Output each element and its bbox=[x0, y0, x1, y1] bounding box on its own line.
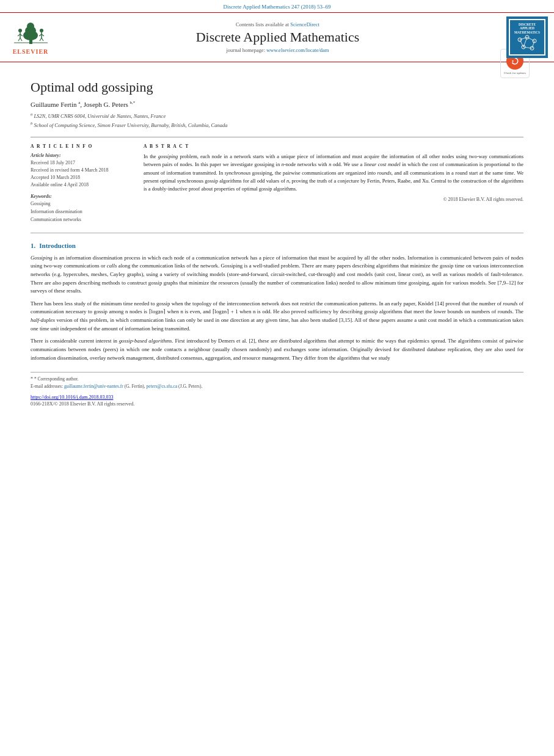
article-info-label: A R T I C L E I N F O bbox=[31, 144, 131, 149]
journal-title-header: Discrete Applied Mathematics bbox=[55, 29, 500, 45]
journal-homepage-line: journal homepage: www.elsevier.com/locat… bbox=[55, 47, 500, 53]
revised-date: Received in revised form 4 March 2018 bbox=[31, 167, 131, 174]
affiliation-b: b School of Computing Science, Simon Fra… bbox=[31, 121, 523, 128]
svg-line-9 bbox=[20, 38, 22, 41]
footnote-emails: E-mail addresses: guillaume.fertin@univ-… bbox=[31, 383, 523, 390]
abstract-text: In the gossiping problem, each node in a… bbox=[144, 153, 523, 193]
article-info-column: A R T I C L E I N F O Article history: R… bbox=[31, 144, 131, 224]
introduction-heading: 1.1. IntroductionIntroduction bbox=[31, 242, 523, 249]
keyword-1: Gossiping bbox=[31, 200, 131, 208]
elsevier-brand-text: ELSEVIER bbox=[13, 48, 49, 55]
abstract-column: A B S T R A C T In the gossiping problem… bbox=[144, 144, 523, 224]
elsevier-logo: ELSEVIER bbox=[6, 20, 55, 55]
svg-line-15 bbox=[42, 38, 43, 41]
footnote-corresponding: * * Corresponding author. bbox=[31, 376, 523, 383]
svg-point-3 bbox=[27, 23, 34, 30]
journal-header-center: Contents lists available at ScienceDirec… bbox=[55, 21, 500, 53]
email-fertin-link[interactable]: guillaume.fertin@univ-nantes.fr bbox=[64, 383, 123, 389]
doi-link[interactable]: https://doi.org/10.1016/j.dam.2018.03.03… bbox=[31, 394, 113, 400]
check-updates-label: Check for updates bbox=[504, 71, 526, 75]
svg-line-8 bbox=[18, 38, 20, 41]
footnote-section: * * Corresponding author. E-mail address… bbox=[31, 372, 523, 390]
journal-citation-bar: Discrete Applied Mathematics 247 (2018) … bbox=[0, 0, 554, 12]
abstract-label: A B S T R A C T bbox=[144, 144, 523, 149]
intro-paragraph-1: Gossiping is an information disseminatio… bbox=[31, 254, 523, 296]
journal-citation: Discrete Applied Mathematics 247 (2018) … bbox=[223, 4, 330, 10]
svg-line-27 bbox=[523, 37, 527, 47]
received-date: Received 18 July 2017 bbox=[31, 159, 131, 167]
main-content: Check for updates Optimal odd gossiping … bbox=[0, 62, 554, 419]
keywords-label: Keywords: bbox=[31, 194, 131, 199]
journal-homepage-link[interactable]: www.elsevier.com/locate/dam bbox=[266, 47, 329, 53]
svg-point-10 bbox=[40, 29, 43, 32]
history-label: Article history: bbox=[31, 153, 131, 158]
journal-header: ELSEVIER Contents lists available at Sci… bbox=[0, 12, 554, 62]
svg-marker-28 bbox=[512, 60, 514, 62]
keyword-2: Information dissemination bbox=[31, 208, 131, 216]
elsevier-tree-icon bbox=[14, 20, 48, 47]
article-info-abstract-section: A R T I C L E I N F O Article history: R… bbox=[31, 137, 523, 224]
cover-graph-icon bbox=[515, 35, 539, 52]
issn-line: 0166-218X/© 2018 Elsevier B.V. All right… bbox=[31, 401, 523, 407]
keyword-3: Communication networks bbox=[31, 216, 131, 224]
svg-line-14 bbox=[40, 38, 42, 41]
affiliation-a: a LS2N, UMR CNRS 6004, Université de Nan… bbox=[31, 112, 523, 119]
journal-cover-image: DISCRETEAPPLIEDMATHEMATICS bbox=[506, 16, 548, 58]
intro-paragraph-3: There is considerable current interest i… bbox=[31, 337, 523, 362]
authors-line: Guillaume Fertin a, Joseph G. Peters b,* bbox=[31, 100, 523, 108]
paper-title: Optimal odd gossiping bbox=[31, 79, 523, 95]
email-peters-link[interactable]: peters@cs.sfu.ca bbox=[147, 383, 178, 389]
doi-line: https://doi.org/10.1016/j.dam.2018.03.03… bbox=[31, 394, 523, 400]
section-divider bbox=[31, 233, 523, 233]
intro-paragraph-2: There has been less study of the minimum… bbox=[31, 300, 523, 333]
sciencedirect-link[interactable]: ScienceDirect bbox=[290, 21, 319, 27]
available-date: Available online 4 April 2018 bbox=[31, 181, 131, 189]
keywords-group: Keywords: Gossiping Information dissemin… bbox=[31, 194, 131, 224]
accepted-date: Accepted 10 March 2018 bbox=[31, 174, 131, 181]
copyright-line: © 2018 Elsevier B.V. All rights reserved… bbox=[144, 197, 523, 202]
article-history-group: Article history: Received 18 July 2017 R… bbox=[31, 153, 131, 189]
contents-available-line: Contents lists available at ScienceDirec… bbox=[55, 21, 500, 27]
svg-point-4 bbox=[18, 29, 22, 32]
